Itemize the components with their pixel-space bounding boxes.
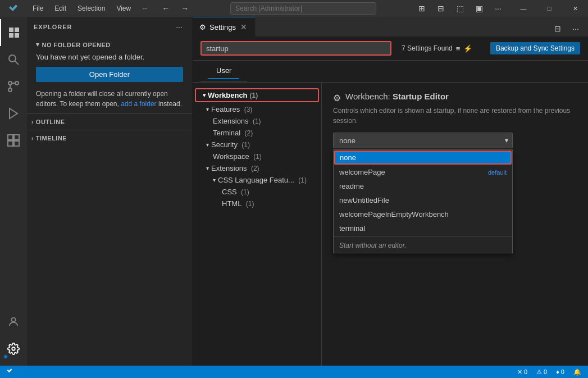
settings-tabs-row: User xyxy=(193,61,588,83)
tree-terminal[interactable]: Terminal (2) xyxy=(193,127,321,139)
dropdown-option-welcomepageempty[interactable]: welcomePageInEmptyWorkbench xyxy=(334,207,512,221)
settings-search-input[interactable] xyxy=(200,41,391,56)
status-warnings[interactable]: ⚠ 0 xyxy=(534,366,549,378)
tree-extensions[interactable]: ▾ Extensions (2) xyxy=(193,162,321,174)
split-editor-icon[interactable]: ⊟ xyxy=(550,21,566,37)
tree-features[interactable]: ▾ Features (3) xyxy=(193,103,321,115)
menu-view[interactable]: View xyxy=(111,0,136,17)
add-folder-link[interactable]: add a folder xyxy=(121,100,156,108)
settings-panel: ⚙ Workbench: Startup Editor Controls whi… xyxy=(322,83,588,366)
activity-account[interactable] xyxy=(0,308,27,335)
activity-source-control[interactable] xyxy=(0,73,27,100)
sidebar-icon[interactable]: ▣ xyxy=(471,1,487,16)
settings-badge xyxy=(3,354,8,359)
setting-gear-icon[interactable]: ⚙ xyxy=(333,93,341,103)
svg-rect-7 xyxy=(14,135,19,140)
editor-actions: ⊟ ··· xyxy=(550,21,588,37)
no-folder-title: ▾ No Folder Opened xyxy=(36,41,183,48)
activity-extensions[interactable] xyxy=(0,127,27,154)
dropdown-option-newuntitled[interactable]: newUntitledFile xyxy=(334,193,512,207)
status-remote[interactable] xyxy=(4,366,17,378)
activity-search[interactable] xyxy=(0,46,27,73)
layout-icon[interactable]: ⊞ xyxy=(414,1,430,16)
minimize-button[interactable]: — xyxy=(510,0,536,17)
settings-content: 7 Settings Found ≡ ⚡ Backup and Sync Set… xyxy=(193,37,588,366)
setting-title: Workbench: Startup Editor xyxy=(345,92,449,101)
activity-settings[interactable] xyxy=(0,335,27,362)
tree-html[interactable]: HTML (1) xyxy=(193,198,321,210)
svg-point-11 xyxy=(12,347,15,350)
open-folder-button[interactable]: Open Folder xyxy=(36,67,183,82)
panel-icon[interactable]: ⬚ xyxy=(452,1,468,16)
svg-point-3 xyxy=(15,81,19,85)
activity-bar-bottom xyxy=(0,308,27,366)
svg-point-4 xyxy=(8,88,12,92)
close-button[interactable]: ✕ xyxy=(562,0,588,17)
dropdown-wrap: none ▾ none welcomePage default xyxy=(333,133,513,148)
dropdown-info-text: Start without an editor. xyxy=(334,238,512,253)
menu-bar: File Edit Selection View ··· xyxy=(27,0,153,17)
sidebar-header: Explorer ··· xyxy=(27,17,192,37)
clear-filter-icon[interactable]: ⚡ xyxy=(463,44,472,53)
split-icon[interactable]: ⊟ xyxy=(433,1,449,16)
setting-description: Controls which editor is shown at startu… xyxy=(333,106,577,126)
menu-more[interactable]: ··· xyxy=(136,0,153,17)
sidebar-title: Explorer xyxy=(34,24,72,30)
dropdown-option-none[interactable]: none xyxy=(334,151,512,165)
sidebar-more-icon[interactable]: ··· xyxy=(173,21,185,33)
settings-found-badge: 7 Settings Found ≡ ⚡ xyxy=(397,43,477,54)
svg-rect-9 xyxy=(14,141,19,146)
titlebar: File Edit Selection View ··· ← → ⊞ ⊟ ⬚ ▣… xyxy=(0,0,588,17)
activity-run[interactable] xyxy=(0,100,27,127)
forward-button[interactable]: → xyxy=(177,1,193,16)
nav-buttons: ← → xyxy=(158,1,193,16)
back-button[interactable]: ← xyxy=(158,1,174,16)
sidebar: Explorer ··· ▾ No Folder Opened You have… xyxy=(27,17,193,366)
dropdown-separator xyxy=(334,236,512,237)
tree-workbench[interactable]: ▾ Workbench (1) xyxy=(195,88,319,102)
tree-workspace[interactable]: Workspace (1) xyxy=(193,151,321,162)
status-info[interactable]: ♦ 0 xyxy=(554,366,567,378)
backup-sync-area: Backup and Sync Settings xyxy=(490,42,580,54)
backup-sync-button[interactable]: Backup and Sync Settings xyxy=(490,42,580,54)
tab-bar: ⚙ Settings ✕ ⊟ ··· xyxy=(193,17,588,37)
svg-rect-6 xyxy=(8,135,13,140)
dropdown-list: none welcomePage default readme newUntit… xyxy=(333,149,513,253)
more-actions-icon[interactable]: ··· xyxy=(568,21,584,37)
svg-marker-5 xyxy=(10,108,17,119)
settings-tab-icon: ⚙ xyxy=(199,23,206,31)
svg-point-0 xyxy=(9,55,16,62)
menu-file[interactable]: File xyxy=(27,0,49,17)
tab-close-button[interactable]: ✕ xyxy=(239,22,248,31)
dropdown-select[interactable]: none xyxy=(333,133,513,148)
status-notification[interactable]: 🔔 xyxy=(571,366,584,378)
timeline-header[interactable]: › TIMELINE xyxy=(27,133,192,144)
settings-tree: ▾ Workbench (1) ▾ Features (3) Extension… xyxy=(193,83,322,366)
user-tab[interactable]: User xyxy=(208,63,239,79)
window-controls: — □ ✕ xyxy=(510,0,588,17)
svg-line-1 xyxy=(15,61,19,65)
tree-security[interactable]: ▾ Security (1) xyxy=(193,139,321,151)
tree-features-extensions[interactable]: Extensions (1) xyxy=(193,115,321,127)
svg-rect-8 xyxy=(8,141,13,146)
global-search-input[interactable] xyxy=(230,2,376,15)
dropdown-option-welcomepage[interactable]: welcomePage default xyxy=(334,165,512,179)
svg-point-2 xyxy=(8,81,12,85)
menu-selection[interactable]: Selection xyxy=(72,0,111,17)
folder-info-text: Opening a folder will close all currentl… xyxy=(36,89,183,109)
dropdown-option-terminal[interactable]: terminal xyxy=(334,221,512,235)
tree-css-language[interactable]: ▾ CSS Language Featu... (1) xyxy=(193,174,321,186)
maximize-button[interactable]: □ xyxy=(536,0,562,17)
outline-section: › OUTLINE xyxy=(27,113,192,130)
settings-tab[interactable]: ⚙ Settings ✕ xyxy=(193,17,256,37)
outline-header[interactable]: › OUTLINE xyxy=(27,116,192,127)
tree-css[interactable]: CSS (1) xyxy=(193,186,321,198)
status-bar-left xyxy=(4,366,17,378)
status-errors[interactable]: ✕ 0 xyxy=(515,366,530,378)
activity-explorer[interactable] xyxy=(0,19,27,46)
setting-item-header: ⚙ Workbench: Startup Editor xyxy=(333,92,577,103)
dropdown-option-readme[interactable]: readme xyxy=(334,179,512,193)
menu-edit[interactable]: Edit xyxy=(49,0,72,17)
activity-bar xyxy=(0,17,27,366)
more-icon[interactable]: ··· xyxy=(490,1,506,16)
